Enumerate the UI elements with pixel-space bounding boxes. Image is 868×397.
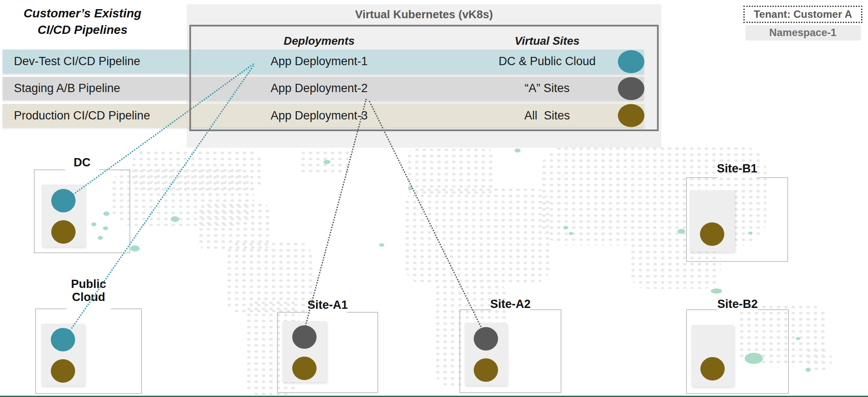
site-node-card — [691, 325, 734, 387]
map-accent-dot — [805, 368, 811, 372]
pipeline-label: Production CI/CD Pipeline — [14, 104, 196, 127]
deployment-marker-olive — [474, 358, 498, 382]
deployment-marker-teal — [51, 328, 75, 351]
site-name: Site-A1 — [307, 299, 348, 312]
site-public-cloud: Public Cloud — [35, 308, 142, 394]
map-accent-dot — [408, 187, 413, 190]
map-accent-dot — [677, 229, 685, 234]
map-accent-dot — [569, 232, 573, 235]
map-accent-dot — [711, 288, 722, 294]
column-header-deployments: Deployments — [243, 34, 395, 48]
site-b1: Site-B1 — [686, 177, 788, 262]
virtual-sites-label: “A” Sites — [469, 77, 625, 100]
site-name: Site-A2 — [490, 298, 531, 311]
deployment-3-marker — [618, 104, 644, 127]
deployment-label: App Deployment-2 — [243, 77, 395, 100]
deployment-marker-gray — [474, 327, 498, 351]
map-accent-dot — [515, 149, 521, 152]
tenant-label: Tenant: Customer A — [743, 6, 862, 23]
deployment-marker-teal — [51, 189, 76, 212]
site-node-card — [465, 323, 507, 385]
site-node-card — [41, 324, 85, 386]
site-name: Public Cloud — [58, 278, 119, 304]
map-accent-dot — [130, 245, 140, 251]
deployment-marker-olive — [292, 357, 317, 380]
deployment-label: App Deployment-1 — [243, 50, 395, 73]
row-staging: Staging A/B Pipeline App Deployment-2 “A… — [3, 77, 644, 100]
namespace-label: Namespace-1 — [746, 25, 860, 40]
site-a2: Site-A2 — [459, 309, 561, 393]
site-name: Site-B2 — [717, 298, 758, 311]
map-accent-dot — [171, 216, 179, 222]
site-dc: DC — [34, 169, 130, 253]
site-name: Site-B1 — [717, 162, 757, 175]
site-name: DC — [74, 156, 91, 169]
map-accent-dot — [379, 243, 384, 247]
pipelines-heading-line2: CI/CD Pipelines — [10, 22, 155, 38]
deployment-marker-olive — [51, 220, 76, 244]
column-header-virtual-sites: Virtual Sites — [469, 34, 625, 48]
deployment-label: App Deployment-3 — [243, 104, 395, 127]
deployment-marker-olive — [700, 222, 724, 246]
pipelines-heading-line1: Customer’s Existing — [10, 5, 155, 22]
slide: Customer’s Existing CI/CD Pipelines Virt… — [0, 0, 868, 397]
map-accent-dot — [796, 337, 800, 340]
deployment-2-marker — [618, 77, 644, 100]
pipelines-heading: Customer’s Existing CI/CD Pipelines — [10, 5, 155, 38]
site-b2: Site-B2 — [686, 309, 789, 394]
site-node-card — [282, 321, 327, 382]
deployment-marker-olive — [51, 359, 75, 383]
site-node-card — [690, 190, 735, 252]
row-dev-test: Dev-Test CI/CD Pipeline App Deployment-1… — [3, 50, 644, 73]
deployment-1-marker — [618, 50, 644, 73]
map-accent-dot — [323, 160, 330, 164]
pipeline-label: Staging A/B Pipeline — [14, 77, 196, 100]
deployment-marker-olive — [700, 357, 725, 380]
row-production: Production CI/CD Pipeline App Deployment… — [3, 104, 644, 127]
virtual-sites-label: DC & Public Cloud — [469, 50, 625, 73]
virtual-sites-label: All Sites — [469, 104, 625, 127]
map-accent-dot — [563, 226, 568, 229]
vk8s-title: Virtual Kubernetes (vK8s) — [187, 8, 661, 21]
pipeline-label: Dev-Test CI/CD Pipeline — [14, 50, 196, 73]
site-node-card — [42, 185, 85, 247]
site-a1: Site-A1 — [277, 312, 378, 393]
map-dots-africa — [404, 187, 551, 285]
deployment-marker-gray — [292, 325, 317, 349]
